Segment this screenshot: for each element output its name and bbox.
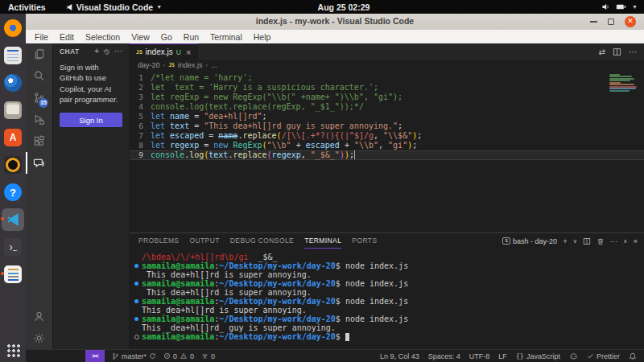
dock-item-ubuntu-software[interactable]: A (2, 126, 24, 149)
notifications-bell-icon[interactable] (629, 352, 637, 360)
open-changes-icon[interactable]: ⇄ (599, 47, 605, 56)
terminal-dropdown-icon[interactable]: ∨ (573, 238, 577, 244)
chat-icon[interactable] (26, 152, 52, 174)
close-panel-icon[interactable]: × (633, 237, 638, 245)
window-title-bar[interactable]: index.js - my-work - Visual Studio Code … (26, 14, 644, 30)
close-button[interactable]: ✕ (625, 16, 636, 27)
show-applications-button[interactable] (6, 343, 20, 357)
menu-help[interactable]: Help (248, 32, 277, 42)
sign-in-button[interactable]: Sign In (60, 113, 122, 127)
more-actions-icon[interactable]: ··· (114, 47, 122, 56)
split-terminal-icon[interactable] (583, 237, 591, 245)
encoding[interactable]: UTF-8 (469, 352, 490, 360)
minimap-line (609, 90, 630, 92)
system-status-area[interactable]: ▼ (601, 2, 638, 11)
menu-view[interactable]: View (126, 32, 155, 42)
new-chat-icon[interactable]: + (94, 47, 99, 56)
copilot-icon[interactable] (569, 352, 578, 360)
menu-file[interactable]: File (29, 32, 54, 42)
branch-indicator[interactable]: master* (112, 352, 156, 360)
source-control-icon[interactable]: 35 (26, 87, 52, 109)
files-icon (4, 101, 22, 119)
chevron-right-icon: › (206, 62, 208, 69)
clock[interactable]: Aug 25 02:29 (318, 2, 370, 12)
menu-go[interactable]: Go (155, 32, 178, 42)
terminal-text: samaila@samaila:~/Desktop/my-work/day-20… (142, 261, 408, 270)
run-debug-icon[interactable] (26, 109, 52, 130)
formatter-status[interactable]: Prettier (587, 352, 620, 360)
dock-item-firefox[interactable] (2, 17, 24, 39)
breadcrumb-folder[interactable]: day-20 (138, 61, 160, 69)
eol-sequence[interactable]: LF (498, 352, 507, 360)
panel-more-icon[interactable]: ··· (610, 237, 618, 245)
kill-terminal-icon[interactable] (597, 237, 605, 245)
problems-indicator[interactable]: 0 0 (163, 352, 194, 360)
breadcrumb-symbol[interactable]: ... (211, 61, 217, 69)
split-editor-icon[interactable] (613, 47, 621, 56)
menu-terminal[interactable]: Terminal (204, 32, 248, 42)
untracked-badge: U (176, 48, 181, 56)
dock-item-help[interactable]: ? (2, 181, 24, 204)
code-text: let name = "dea+hl[]rd"; (151, 112, 267, 121)
menu-run[interactable]: Run (178, 32, 204, 42)
terminal-output[interactable]: /\bdea\/\/+hl[]rd\b/gi _$&_samaila@samai… (130, 249, 644, 349)
activities-button[interactable]: Activities (0, 2, 54, 12)
panel-tab-output[interactable]: OUTPUT (189, 233, 219, 249)
dock-item-terminal[interactable]: ❯_ (2, 236, 24, 258)
minimize-button[interactable] (590, 21, 597, 23)
settings-gear-icon[interactable] (26, 327, 52, 349)
search-icon[interactable] (26, 65, 52, 87)
command-decoration-icon[interactable] (134, 297, 142, 306)
terminal-instance-label[interactable]: $ bash - day-20 (502, 237, 557, 245)
dock-item-vscode[interactable] (2, 208, 24, 231)
panel-tab-ports[interactable]: PORTS (352, 233, 377, 249)
menu-edit[interactable]: Edit (54, 32, 80, 42)
gnome-top-bar: Activities Visual Studio Code ▼ Aug 25 0… (0, 0, 644, 14)
remote-indicator[interactable]: >< (85, 350, 105, 362)
code-editor[interactable]: 1/*let name = 'harry';2let text = 'Harry… (130, 71, 644, 232)
dock-item-libreoffice-writer[interactable] (2, 44, 24, 67)
maximize-button[interactable] (608, 19, 614, 25)
dock-item-text-editor[interactable] (2, 263, 24, 286)
panel-tab-debug-console[interactable]: DEBUG CONSOLE (230, 233, 294, 249)
maximize-panel-icon[interactable]: ∧ (623, 238, 627, 244)
language-mode[interactable]: {}JavaScript (516, 352, 560, 360)
command-decoration-icon[interactable] (134, 315, 142, 323)
command-decoration-icon[interactable] (134, 279, 142, 288)
tab-index-js[interactable]: JS index.js U × (130, 43, 198, 60)
panel-tab-problems[interactable]: PROBLEMS (138, 233, 179, 249)
new-terminal-icon[interactable]: + (563, 237, 568, 245)
focused-app-menu[interactable]: Visual Studio Code ▼ (65, 2, 162, 12)
terminal-gutter (134, 270, 142, 279)
line-number: 4 (130, 102, 151, 112)
minimap-line (609, 76, 632, 77)
more-actions-icon[interactable]: ··· (629, 47, 637, 56)
terminal-gutter (134, 306, 142, 315)
code-line: 1/*let name = 'harry'; (130, 73, 644, 83)
code-text: let escaped = name.replace(/[\\[.+*?(){(… (151, 131, 422, 141)
panel-tab-terminal[interactable]: TERMINAL (304, 233, 341, 249)
dock-item-files[interactable] (2, 99, 24, 121)
minimap-line (609, 80, 630, 81)
terminal-cursor (345, 333, 350, 341)
indentation[interactable]: Spaces: 4 (428, 352, 460, 360)
command-decoration-icon[interactable] (134, 261, 142, 270)
ports-indicator[interactable]: 0 (201, 352, 215, 360)
dock-item-rhythmbox[interactable] (2, 154, 24, 176)
help-icon: ? (4, 183, 22, 201)
terminal-row: This _dea+hl[]rd_ guy is super annoying. (134, 323, 644, 332)
line-number: 7 (130, 131, 151, 141)
bottom-panel: PROBLEMSOUTPUTDEBUG CONSOLETERMINALPORTS… (130, 232, 644, 349)
explorer-icon[interactable] (26, 43, 52, 65)
extensions-icon[interactable] (26, 130, 52, 152)
command-decoration-icon[interactable] (134, 332, 142, 341)
minimap[interactable] (609, 74, 638, 92)
close-tab-icon[interactable]: × (186, 47, 191, 57)
cursor-position[interactable]: Ln 9, Col 43 (380, 352, 419, 360)
account-icon[interactable] (26, 306, 52, 327)
menu-selection[interactable]: Selection (80, 32, 126, 42)
breadcrumb-file[interactable]: index.js (178, 61, 203, 69)
history-icon[interactable] (103, 48, 110, 56)
breadcrumb[interactable]: day-20 › JS index.js › ... (130, 60, 644, 71)
dock-item-thunderbird[interactable] (2, 72, 24, 94)
